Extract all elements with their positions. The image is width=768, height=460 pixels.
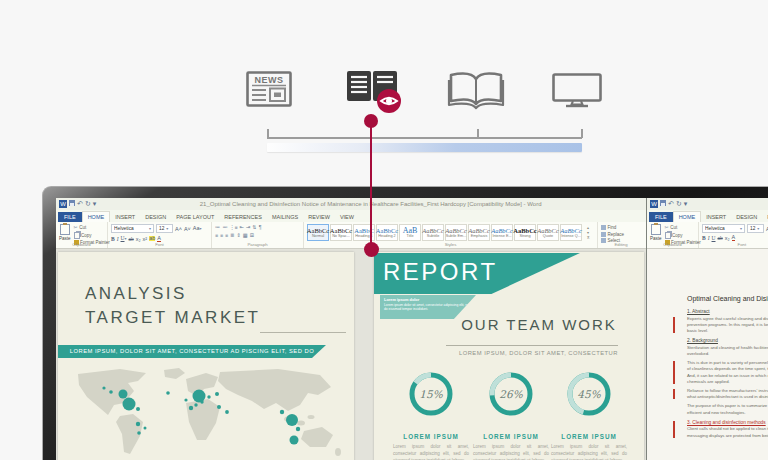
mode-news[interactable]: NEWS [246,71,292,111]
grow-font-icon[interactable]: A˄ [175,226,182,232]
redo-icon[interactable]: ↻ [676,200,682,208]
bold-button[interactable]: B [702,235,706,241]
screen: ↶ ↻ ▾ 21_Optimal Cleaning and Disinfecti… [56,198,768,460]
font-color-button[interactable]: A [157,236,161,242]
word-logo-icon [59,200,67,208]
tab-design[interactable]: DESIGN [140,212,171,222]
redo-icon[interactable]: ↻ [85,200,91,208]
ribbon-tabs: FILE HOME INSERT DESIGN PAGE LAYOUT [647,210,768,222]
style-intense-quote[interactable]: AaBbCcIntense Q... [560,224,582,241]
subscript-button[interactable]: x₂ [136,236,141,242]
replace-button[interactable]: Replace [601,232,624,237]
tab-review[interactable]: REVIEW [303,212,335,222]
tab-references[interactable]: REFERENCES [219,212,267,222]
font-group: Helvetica▾ 12▾ A˄ A˅ Aa▾ B I U▾ ab [108,222,212,248]
font-name-select[interactable]: Helvetica▾ [111,224,154,233]
tab-mailings[interactable]: MAILINGS [267,212,303,222]
save-icon[interactable] [660,200,666,206]
tab-home[interactable]: HOME [82,211,111,222]
cut-button[interactable]: ✂Cut [74,225,110,230]
multilevel-list-icon[interactable]: ⋮≡ [229,224,237,230]
increase-indent-icon[interactable]: ⇥ [246,224,250,230]
pilcrow-icon[interactable]: ¶ [259,224,262,230]
slider-tick [267,129,269,138]
section-heading-changed: 3. Cleaning and disinfection methods [687,420,768,425]
reader-eye-icon [344,68,402,114]
mode-book[interactable] [447,70,505,114]
shading-icon[interactable]: ▦ [243,232,248,238]
sort-icon[interactable]: ⇅ [252,224,256,230]
mode-reader-selected[interactable] [344,68,402,118]
qat-dropdown-icon[interactable]: ▾ [93,200,97,208]
connector-line [370,121,372,250]
mode-monitor[interactable] [552,73,602,112]
undo-icon[interactable]: ↶ [668,200,674,208]
tab-insert[interactable]: INSERT [701,212,731,222]
slider-gradient-bar[interactable] [267,143,582,152]
line-spacing-icon[interactable]: ⇕ [236,232,240,238]
superscript-button[interactable]: x² [143,236,148,242]
styles-scroll[interactable]: ▴▾⊼ [586,224,591,241]
tab-file[interactable]: FILE [649,212,673,222]
tab-view[interactable]: VIEW [335,212,359,222]
cut-button[interactable]: ✂Cut [665,225,701,230]
qat-dropdown-icon[interactable]: ▾ [684,200,688,208]
copy-button[interactable]: Copy [74,232,110,239]
italic-button[interactable]: I [117,236,119,242]
numbering-icon[interactable]: ≕ [222,224,227,230]
strikethrough-button[interactable]: ab [129,236,134,242]
slider-tick [581,129,583,138]
borders-icon[interactable]: ⊞ [250,232,254,238]
subscript-button[interactable]: x₂ [725,235,730,241]
font-color-button[interactable]: A [732,235,736,241]
decrease-indent-icon[interactable]: ⇤ [240,224,244,230]
paste-button[interactable]: Paste [59,224,71,241]
align-right-icon[interactable]: ≡ [225,232,228,238]
style-no-spacing[interactable]: AaBbCcNo Spac... [330,224,352,241]
bullets-icon[interactable]: ≔ [215,224,220,230]
font-name-select[interactable]: Helvetica▾ [702,224,745,233]
underline-button[interactable]: U [712,235,716,241]
tab-page-layout[interactable]: PAGE LAYOUT [762,212,768,222]
paste-button[interactable]: Paste [650,224,662,241]
style-subtitle[interactable]: AaBbCcSubtitle [422,224,444,241]
justify-icon[interactable]: ≣ [230,232,234,238]
italic-button[interactable]: I [708,235,710,241]
style-intense-emphasis[interactable]: AaBbCcIntense E... [491,224,513,241]
align-center-icon[interactable]: ≡ [220,232,223,238]
tab-design[interactable]: DESIGN [731,212,762,222]
style-heading2[interactable]: AaBbCcHeading 2 [376,224,398,241]
style-subtle-emphasis[interactable]: AaBbCcSubtle Em... [445,224,467,241]
tab-page-layout[interactable]: PAGE LAYOUT [171,212,219,222]
tab-home[interactable]: HOME [673,211,702,222]
copy-icon [665,232,671,239]
shrink-font-icon[interactable]: A˅ [184,226,191,232]
tab-insert[interactable]: INSERT [110,212,140,222]
undo-icon[interactable]: ↶ [77,200,83,208]
bold-button[interactable]: B [111,236,115,242]
ribbon: Paste ✂Cut Copy Format Painter Clipboard [56,222,646,249]
find-button[interactable]: Find [601,225,624,230]
style-quote[interactable]: AaBbCcQuote [537,224,559,241]
paragraph-group: ≔ ≕ ⋮≡ ⇤ ⇥ ⇅ ¶ ≡ ≡ ≡ [212,222,304,248]
save-icon[interactable] [69,200,75,206]
svg-text:NEWS: NEWS [255,75,284,85]
tab-file[interactable]: FILE [58,212,82,222]
strikethrough-button[interactable]: ab [718,235,723,241]
align-left-icon[interactable]: ≡ [215,232,218,238]
word-window-left: ↶ ↻ ▾ 21_Optimal Cleaning and Disinfecti… [56,198,646,460]
font-size-select[interactable]: 12▾ [156,224,173,233]
style-title[interactable]: AaBTitle [399,224,421,241]
slider-track-line [267,137,582,139]
paste-icon [651,224,661,235]
copy-button[interactable]: Copy [665,232,701,239]
style-emphasis[interactable]: AaBbCcEmphasis [468,224,490,241]
font-size-select[interactable]: 12▾ [747,224,764,233]
underline-button[interactable]: U▾ [121,235,127,242]
team-subheading: LOREM IPSUM, DOLOR SIT AMET, CONSECTETUR [432,350,618,356]
highlight-color-button[interactable]: ab [149,236,155,241]
paste-icon [60,224,70,235]
style-strong[interactable]: AaBbCcStrong [514,224,536,241]
change-case-icon[interactable]: Aa▾ [193,225,202,232]
style-normal[interactable]: AaBbCcNormal [307,224,329,241]
